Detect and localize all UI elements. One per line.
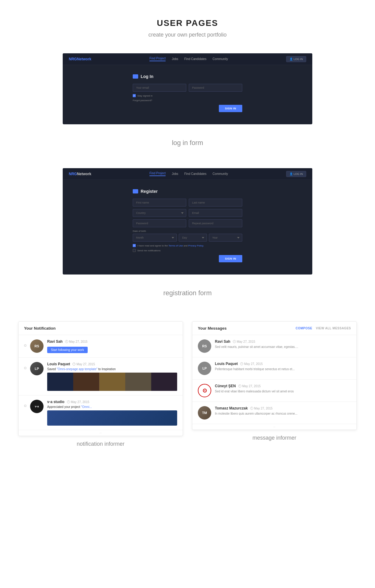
register-nav-links: Find Project Jobs Find Candidates Commun… <box>149 172 228 176</box>
register-submit-row: SIGN IN <box>133 255 242 262</box>
follow-button-ravi[interactable]: Start following your work <box>47 347 88 353</box>
msg-content-cuneyt: Cüneyt ŞEN May 27, 2015 Sed id erat vita… <box>215 384 351 394</box>
register-country-select[interactable]: Country <box>133 209 186 217</box>
page-subtitle: create your own perfect portfolio <box>6 32 369 38</box>
privacy-link[interactable]: Privacy Policy <box>188 244 203 247</box>
msg-avatar-tomasz: TM <box>198 406 211 420</box>
register-dob-label: Date of birth <box>133 230 242 232</box>
register-notifications-row: Send me notifications <box>133 249 242 252</box>
msg-username-ravi: Ravi Sah <box>215 339 230 344</box>
msg-username-louis: Louis Paquet <box>215 362 238 366</box>
notif-content-ravi: Ravi Sah May 27, 2015 Start following yo… <box>47 339 177 353</box>
msg-user-row-cuneyt: Cüneyt ŞEN May 27, 2015 <box>215 384 351 388</box>
nav-find-project[interactable]: Find Project <box>149 57 166 61</box>
register-section-label: registration form <box>0 284 375 309</box>
messages-panel-header: Your Messages COMPOSE VIEW ALL MESSAGES <box>192 322 356 335</box>
register-country-email-row: Country <box>133 209 242 217</box>
notif-dot-ravi <box>24 344 26 347</box>
msg-content-ravi: Ravi Sah May 27, 2015 Sed velit mauris, … <box>215 339 351 349</box>
msg-preview-tomasz: In molestie libero quis aurem ullamcorpe… <box>215 412 351 416</box>
msg-time-tomasz: May 27, 2015 <box>250 407 273 410</box>
msg-username-tomasz: Tomasz Mazurczak <box>215 406 248 410</box>
messages-panel-wrapper: Your Messages COMPOSE VIEW ALL MESSAGES … <box>192 321 357 444</box>
nav-find-candidates[interactable]: Find Candidates <box>184 57 207 61</box>
notif-time-ravi: May 27, 2015 <box>65 340 88 343</box>
notification-item-louis: LP Louis Paquet May 27, 2015 Saved "Omni… <box>19 358 183 395</box>
msg-user-row-louis: Louis Paquet May 27, 2015 <box>215 362 351 366</box>
login-navbar: NRGNetwork Find Project Jobs Find Candid… <box>63 53 312 65</box>
nav-jobs[interactable]: Jobs <box>172 57 178 61</box>
notif-user-row-ravi: Ravi Sah May 27, 2015 <box>47 339 177 344</box>
reg-nav-find-candidates[interactable]: Find Candidates <box>184 172 207 175</box>
reg-nav-find-project[interactable]: Find Project <box>149 172 166 176</box>
appre-image <box>47 410 177 426</box>
login-email-input[interactable] <box>133 84 186 92</box>
notif-time-va: May 27, 2015 <box>67 400 89 404</box>
register-nav-login-button[interactable]: 👤 LOG IN <box>286 171 306 177</box>
register-form-box: Register Country Date of birth Month <box>133 189 242 262</box>
register-title-icon <box>133 189 138 193</box>
notif-time-louis: May 27, 2015 <box>72 363 95 366</box>
compose-button[interactable]: COMPOSE <box>296 327 312 330</box>
register-lastname-input[interactable] <box>189 199 242 207</box>
notification-caption: notification informer <box>18 436 183 450</box>
appre-link[interactable]: "Omni... <box>81 405 92 409</box>
clock-icon-va <box>67 400 70 403</box>
notif-user-row-louis: Louis Paquet May 27, 2015 <box>47 362 177 366</box>
register-submit-button[interactable]: SIGN IN <box>219 255 242 262</box>
messages-panel-title: Your Messages <box>198 326 292 331</box>
message-item-ravi: RS Ravi Sah May 27, 2015 Sed velit mauri… <box>192 335 356 357</box>
message-item-louis: LP Louis Paquet May 27, 2015 Pellentesqu… <box>192 357 356 380</box>
notification-panel-header: Your Notification <box>19 322 183 335</box>
msg-clock-louis <box>240 362 243 365</box>
register-repeat-password-input[interactable] <box>189 219 242 227</box>
register-firstname-input[interactable] <box>133 199 186 207</box>
stay-signed-checkbox[interactable] <box>133 94 136 97</box>
terms-link[interactable]: Terms of Use <box>169 244 183 247</box>
msg-time-ravi: May 27, 2015 <box>233 340 255 343</box>
register-logo: NRGNetwork <box>69 172 91 176</box>
img-strip-4 <box>125 373 151 391</box>
register-terms-checkbox[interactable] <box>133 244 136 247</box>
msg-clock-tomasz <box>250 407 253 410</box>
forgot-password-link[interactable]: Forgot password? <box>133 99 242 102</box>
reg-nav-community[interactable]: Community <box>212 172 228 175</box>
register-terms-row: I have read and agree to the Terms of Us… <box>133 244 242 247</box>
msg-clock-cuneyt <box>238 384 241 388</box>
logo: NRGNetwork <box>69 57 91 61</box>
msg-time-louis: May 27, 2015 <box>240 362 263 366</box>
register-year-select[interactable]: Year <box>209 234 242 242</box>
messages-panel: Your Messages COMPOSE VIEW ALL MESSAGES … <box>192 321 357 430</box>
avatar-va: v-a <box>30 400 44 413</box>
message-item-tomasz: TM Tomasz Mazurczak May 27, 2015 In mole… <box>192 402 356 424</box>
reg-nav-jobs[interactable]: Jobs <box>172 172 178 175</box>
register-password-input[interactable] <box>133 219 186 227</box>
login-password-input[interactable] <box>189 84 242 92</box>
notif-username-va: v-a studio <box>47 400 65 404</box>
saved-link[interactable]: "Omni-onepage app template" <box>57 367 97 371</box>
message-item-cuneyt: ⊙ Cüneyt ŞEN May 27, 2015 Sed id erat vi… <box>192 380 356 402</box>
register-name-row <box>133 199 242 207</box>
login-mockup: NRGNetwork Find Project Jobs Find Candid… <box>63 53 312 124</box>
login-credentials-row <box>133 84 242 92</box>
msg-preview-ravi: Sed velit mauris, pulvinar sit amet accu… <box>215 345 351 349</box>
login-submit-button[interactable]: SIGN IN <box>219 105 242 112</box>
register-notifications-checkbox[interactable] <box>133 249 136 252</box>
notif-username-ravi: Ravi Sah <box>47 339 63 344</box>
nav-links: Find Project Jobs Find Candidates Commun… <box>149 57 228 61</box>
register-month-select[interactable]: Month <box>133 234 177 242</box>
notif-content-va: v-a studio May 27, 2015 Appreciated your… <box>47 400 177 426</box>
logo-nrg: NRG <box>69 57 77 61</box>
panels-section: Your Notification RS Ravi Sah May 27, 20… <box>0 309 375 462</box>
login-form-title: Log In <box>133 74 242 79</box>
view-all-messages-button[interactable]: VIEW ALL MESSAGES <box>316 327 351 330</box>
register-dob-row: Month Day Year <box>133 234 242 242</box>
register-email-input[interactable] <box>189 209 242 217</box>
register-mockup: NRGNetwork Find Project Jobs Find Candid… <box>63 168 312 275</box>
notification-panel-wrapper: Your Notification RS Ravi Sah May 27, 20… <box>18 321 183 450</box>
login-nav-button[interactable]: 👤 LOG IN <box>286 56 306 62</box>
register-day-select[interactable]: Day <box>179 234 207 242</box>
notif-username-louis: Louis Paquet <box>47 362 70 366</box>
avatar-ravi: RS <box>30 339 44 353</box>
nav-community[interactable]: Community <box>212 57 228 61</box>
